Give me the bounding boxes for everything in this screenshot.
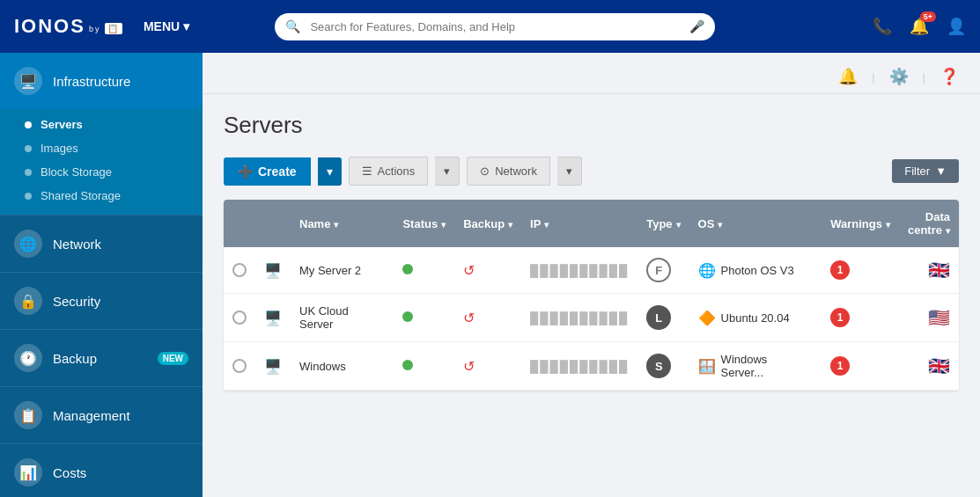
- col-os[interactable]: OS▾: [689, 200, 822, 247]
- microphone-icon[interactable]: 🎤: [689, 19, 704, 33]
- sidebar-item-security[interactable]: 🔒 Security: [0, 273, 203, 329]
- network-button[interactable]: ⊙ Network: [467, 157, 550, 186]
- network-label: Network: [495, 164, 537, 178]
- sidebar-item-costs[interactable]: 📊 Costs: [0, 444, 203, 497]
- row-type: F: [637, 247, 689, 294]
- logo-text: IONOS: [14, 15, 85, 38]
- sidebar-item-servers[interactable]: Servers: [0, 113, 203, 136]
- sidebar-section-network: 🌐 Network: [0, 216, 203, 273]
- sidebar-management-label: Management: [53, 408, 130, 423]
- content-header: 🔔 | ⚙️ | ❓: [203, 53, 980, 94]
- sidebar-section-backup: 🕐 Backup NEW: [0, 330, 203, 387]
- table-row: 🖥️ My Server 2 ↺ ██████████ F 🌐 Photon O…: [224, 247, 959, 294]
- create-button[interactable]: ➕ Create: [224, 157, 311, 186]
- row-warnings: 1: [822, 342, 899, 391]
- logo: IONOS by 📋: [14, 15, 122, 38]
- row-type: S: [637, 342, 689, 391]
- row-server-icon: 🖥️: [255, 342, 291, 391]
- col-datacentre[interactable]: Datacentre▾: [899, 200, 959, 247]
- user-icon[interactable]: 👤: [947, 17, 966, 36]
- sidebar-costs-label: Costs: [53, 465, 86, 480]
- sidebar-item-images[interactable]: Images: [0, 136, 203, 160]
- create-label: Create: [258, 164, 297, 179]
- sidebar-item-backup[interactable]: 🕐 Backup NEW: [0, 330, 203, 386]
- notification-icon[interactable]: 🔔 5+: [910, 17, 929, 36]
- actions-button[interactable]: ☰ Actions: [349, 157, 429, 186]
- list-icon: ☰: [362, 164, 372, 178]
- content-area: 🔔 | ⚙️ | ❓ Servers ➕ Create ▾ ☰ Actions …: [203, 53, 980, 497]
- sidebar-item-shared-storage[interactable]: Shared Storage: [0, 184, 203, 208]
- network-btn-icon: ⊙: [480, 164, 490, 178]
- top-navigation: IONOS by 📋 MENU ▾ 🔍 🎤 📞 🔔 5+ 👤: [0, 0, 980, 53]
- plus-icon: ➕: [238, 164, 253, 179]
- network-dropdown-button[interactable]: ▾: [557, 157, 582, 186]
- dot-servers: [25, 121, 32, 128]
- management-icon: 📋: [14, 401, 42, 429]
- row-radio[interactable]: [224, 247, 255, 294]
- row-os: 🌐 Photon OS V3: [689, 247, 822, 294]
- topnav-icons: 📞 🔔 5+ 👤: [873, 17, 966, 36]
- sidebar-images-label: Images: [41, 142, 78, 155]
- table-row: 🖥️ Windows ↺ ██████████ S 🪟 Windows Serv…: [224, 342, 959, 391]
- menu-button[interactable]: MENU ▾: [144, 19, 189, 33]
- servers-table-container: Name▾ Status▾ Backup▾ IP▾ Type▾ OS▾ Warn…: [224, 200, 959, 391]
- row-radio[interactable]: [224, 342, 255, 391]
- sidebar-backup-label: Backup: [53, 351, 97, 366]
- row-flag: 🇬🇧: [899, 342, 959, 391]
- os-windows-icon: 🪟: [698, 358, 716, 375]
- separator2: |: [923, 70, 925, 84]
- sidebar-section-infrastructure: 🖥️ Infrastructure Servers Images Block S…: [0, 53, 203, 216]
- col-warnings[interactable]: Warnings▾: [822, 200, 899, 247]
- row-status: [394, 247, 454, 294]
- row-ip: ██████████: [521, 342, 637, 391]
- sidebar-shared-storage-label: Shared Storage: [41, 189, 121, 202]
- content-body: Servers ➕ Create ▾ ☰ Actions ▾ ⊙ Network…: [203, 94, 980, 497]
- dot-block-storage: [25, 169, 32, 176]
- actions-dropdown-button[interactable]: ▾: [435, 157, 460, 186]
- row-backup: ↺: [454, 294, 521, 342]
- sidebar-item-block-storage[interactable]: Block Storage: [0, 160, 203, 184]
- logo-box: 📋: [105, 23, 122, 34]
- os-photon-icon: 🌐: [698, 262, 716, 279]
- costs-icon: 📊: [14, 458, 42, 486]
- row-radio[interactable]: [224, 294, 255, 342]
- dot-shared-storage: [25, 193, 32, 200]
- table-header-row: Name▾ Status▾ Backup▾ IP▾ Type▾ OS▾ Warn…: [224, 200, 959, 247]
- sidebar-network-label: Network: [53, 237, 101, 252]
- row-name: Windows: [291, 342, 394, 391]
- chevron-down-icon: ▾: [183, 19, 189, 33]
- notification-badge: 5+: [920, 11, 936, 22]
- row-flag: 🇬🇧: [899, 247, 959, 294]
- servers-table: Name▾ Status▾ Backup▾ IP▾ Type▾ OS▾ Warn…: [224, 200, 959, 391]
- page-title: Servers: [224, 112, 959, 139]
- os-ubuntu-icon: 🔶: [698, 310, 716, 326]
- col-type[interactable]: Type▾: [637, 200, 689, 247]
- col-name[interactable]: Name▾: [291, 200, 394, 247]
- row-warnings: 1: [822, 247, 899, 294]
- logo-by: by 📋: [89, 24, 122, 33]
- sidebar-section-costs: 📊 Costs: [0, 444, 203, 497]
- sidebar-item-management[interactable]: 📋 Management: [0, 387, 203, 443]
- sidebar-sub-infrastructure: Servers Images Block Storage Shared Stor…: [0, 109, 203, 215]
- col-ip[interactable]: IP▾: [521, 200, 637, 247]
- create-dropdown-button[interactable]: ▾: [318, 157, 342, 186]
- sidebar-servers-label: Servers: [41, 118, 83, 131]
- help-icon[interactable]: ❓: [939, 67, 959, 86]
- row-type: L: [637, 294, 689, 342]
- sidebar-infrastructure-label: Infrastructure: [53, 74, 130, 89]
- bell-icon[interactable]: 🔔: [838, 67, 858, 86]
- col-backup[interactable]: Backup▾: [454, 200, 521, 247]
- row-name: My Server 2: [291, 247, 394, 294]
- search-input[interactable]: [275, 13, 715, 40]
- backup-new-badge: NEW: [158, 352, 188, 365]
- phone-icon[interactable]: 📞: [873, 17, 892, 36]
- row-os: 🔶 Ubuntu 20.04: [689, 294, 822, 342]
- row-name: UK Cloud Server: [291, 294, 394, 342]
- settings-icon[interactable]: ⚙️: [889, 67, 909, 86]
- row-server-icon: 🖥️: [255, 294, 291, 342]
- sidebar-item-network[interactable]: 🌐 Network: [0, 216, 203, 272]
- filter-button[interactable]: Filter ▼: [892, 159, 959, 183]
- sidebar-item-infrastructure[interactable]: 🖥️ Infrastructure: [0, 53, 203, 109]
- col-status[interactable]: Status▾: [394, 200, 454, 247]
- toolbar: ➕ Create ▾ ☰ Actions ▾ ⊙ Network ▾ Filte…: [224, 157, 959, 186]
